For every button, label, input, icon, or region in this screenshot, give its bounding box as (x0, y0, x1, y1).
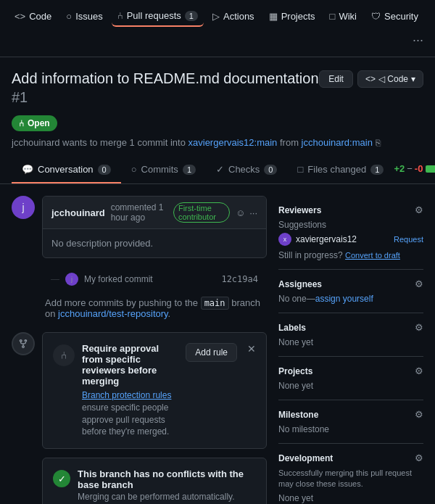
protection-close-icon[interactable]: ✕ (247, 343, 256, 355)
nav-projects-label: Projects (281, 11, 315, 22)
comment-body: No description provided. (43, 229, 266, 257)
protection-row: ⑃ Require approval from specific reviewe… (12, 332, 267, 504)
milestone-header: Milestone ⚙ (278, 409, 423, 420)
labels-value: None yet (278, 337, 423, 347)
development-desc: Successfully merging this pull request m… (278, 468, 423, 490)
pr-status-icon: ⑃ (19, 118, 24, 128)
tab-conversation[interactable]: 💬 Conversation 0 (12, 157, 121, 183)
protection-desc: Branch protection rules ensure specific … (82, 389, 178, 438)
nav-wiki[interactable]: □ Wiki (324, 7, 362, 26)
comment-time: commented 1 hour ago (111, 202, 167, 223)
left-column: j jcchouinard commented 1 hour ago First… (12, 196, 267, 504)
add-rule-button[interactable]: Add rule (186, 343, 237, 362)
nav-security-label: Security (384, 11, 418, 22)
code-dropdown-button[interactable]: <> ◁ Code ▾ (357, 70, 423, 88)
comment-actions: ☺ ··· (236, 207, 257, 218)
pr-title: Add information to README.md documentati… (12, 69, 319, 107)
comment-author: jcchouinard (51, 207, 105, 218)
assignees-gear-icon[interactable]: ⚙ (415, 278, 423, 289)
edit-button[interactable]: Edit (319, 70, 353, 88)
diff-stats: +2 − -0 (394, 157, 435, 183)
no-conflict-title: This branch has no conflicts with the ba… (78, 468, 256, 490)
code-icon: <> (14, 11, 25, 22)
branch-protection-link[interactable]: Branch protection rules (82, 390, 171, 400)
nav-wiki-label: Wiki (339, 11, 357, 22)
commits-count: 1 (183, 165, 196, 175)
commits-icon: ○ (131, 164, 137, 175)
reviewers-section: Reviewers ⚙ Suggestions x xaviergervais1… (278, 196, 423, 270)
merge-timeline-icon (12, 332, 35, 355)
milestone-gear-icon[interactable]: ⚙ (415, 409, 423, 420)
suggestion-user: xaviergervais12 (296, 234, 357, 244)
protection-content: Require approval from specific reviewers… (82, 343, 178, 438)
in-progress-label: Still in progress? (278, 250, 343, 260)
convert-to-draft-link[interactable]: Convert to draft (345, 251, 400, 260)
projects-value: None yet (278, 381, 423, 391)
pr-number: #1 (12, 89, 28, 105)
nav-actions[interactable]: ▷ Actions (207, 7, 260, 26)
nav-issues[interactable]: ○ Issues (60, 7, 108, 26)
no-conflict-subtitle: Merging can be performed automatically. (78, 492, 256, 502)
protection-title: Require approval from specific reviewers… (82, 343, 178, 387)
development-gear-icon[interactable]: ⚙ (415, 453, 423, 463)
reviewers-label: Reviewers (278, 205, 321, 215)
issues-icon: ○ (66, 11, 72, 22)
tab-files-changed[interactable]: □ Files changed 1 (287, 157, 394, 183)
milestone-label: Milestone (278, 410, 318, 420)
comment-header: jcchouinard commented 1 hour ago First-t… (43, 197, 266, 229)
request-reviewer-button[interactable]: Request (394, 235, 423, 244)
emoji-reaction-icon[interactable]: ☺ (236, 207, 245, 218)
assignees-header: Assignees ⚙ (278, 278, 423, 289)
milestone-value: No milestone (278, 424, 423, 434)
assign-yourself-link[interactable]: assign yourself (315, 294, 373, 304)
nav-code-label: Code (29, 11, 51, 22)
main-layout: j jcchouinard commented 1 hour ago First… (0, 184, 435, 504)
labels-section: Labels ⚙ None yet (278, 313, 423, 357)
nav-more-button[interactable]: ··· (410, 30, 426, 51)
comment-more-icon[interactable]: ··· (249, 207, 257, 218)
development-value: None yet (278, 493, 423, 503)
nav-security[interactable]: 🛡 Security (365, 7, 424, 26)
tab-commits[interactable]: ○ Commits 1 (121, 157, 206, 183)
pull-requests-icon: ⑃ (117, 10, 123, 21)
first-time-badge: First-time contributor (173, 202, 230, 223)
nav-pull-requests[interactable]: ⑃ Pull requests 1 (112, 6, 204, 27)
pull-requests-count: 1 (185, 11, 198, 21)
projects-gear-icon[interactable]: ⚙ (415, 365, 423, 376)
comment-box: jcchouinard commented 1 hour ago First-t… (42, 196, 267, 258)
development-label: Development (278, 453, 333, 463)
diff-bar (426, 165, 435, 173)
right-sidebar: Reviewers ⚙ Suggestions x xaviergervais1… (278, 196, 423, 504)
nav-projects[interactable]: ▦ Projects (263, 7, 321, 26)
files-icon: □ (297, 164, 303, 175)
dropdown-chevron-icon: ▾ (411, 74, 415, 84)
labels-gear-icon[interactable]: ⚙ (415, 322, 423, 333)
checks-icon: ✓ (216, 164, 224, 175)
copy-branch-icon[interactable]: ⎘ (376, 138, 381, 148)
wiki-icon: □ (330, 11, 336, 22)
security-icon: 🛡 (371, 11, 381, 22)
commenter-avatar: j (12, 196, 35, 219)
conversation-count: 0 (98, 165, 111, 175)
tab-checks[interactable]: ✓ Checks 0 (206, 157, 287, 183)
files-count: 1 (370, 165, 384, 175)
labels-header: Labels ⚙ (278, 322, 423, 333)
push-repo-link[interactable]: jcchouinard/test-repository (58, 308, 168, 319)
checks-count: 0 (264, 165, 277, 175)
head-branch-link[interactable]: jcchouinard:main (302, 137, 373, 148)
labels-label: Labels (278, 323, 306, 333)
milestone-section: Milestone ⚙ No milestone (278, 400, 423, 444)
pr-tabs: 💬 Conversation 0 ○ Commits 1 ✓ Checks 0 … (0, 157, 435, 184)
nav-code[interactable]: <> Code (9, 7, 57, 26)
reviewers-gear-icon[interactable]: ⚙ (415, 205, 423, 215)
commit-label: My forked commit (84, 274, 153, 284)
base-branch-link[interactable]: xaviergervais12:main (188, 137, 278, 148)
code-icon: <> (365, 74, 376, 84)
pr-meta: jcchouinard wants to merge 1 commit into… (12, 137, 381, 148)
suggestion-row: x xaviergervais12 Request (278, 233, 423, 246)
commit-avatar: j (65, 273, 78, 286)
open-badge: ⑃ Open (12, 115, 57, 131)
nav-pull-requests-label: Pull requests (127, 10, 181, 21)
projects-header: Projects ⚙ (278, 365, 423, 376)
commit-hash[interactable]: 12c19a4 (221, 274, 258, 284)
